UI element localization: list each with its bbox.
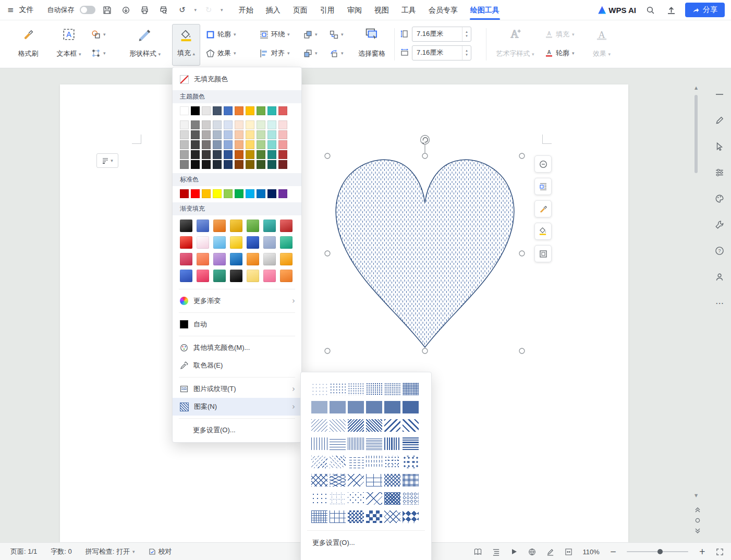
color-shade-swatch[interactable] [246,120,254,129]
auto-color-item[interactable]: 自动 [173,315,301,333]
outline-view-icon[interactable] [492,548,500,556]
gradient-swatch[interactable] [230,253,242,265]
more-tools-button[interactable]: ⋯ [712,295,727,311]
frame-style-button[interactable] [534,245,552,262]
color-shade-swatch[interactable] [257,130,265,139]
gradient-swatch[interactable] [280,270,293,282]
pattern-swatch-wide-downward-diagonal[interactable] [384,419,400,432]
gradient-swatch[interactable] [280,220,293,232]
export-pdf-button[interactable] [119,3,133,17]
color-shade-swatch[interactable] [202,160,211,169]
color-swatch[interactable] [235,106,243,115]
pattern-swatch-large-confetti[interactable] [403,456,419,468]
proofread-button[interactable]: 校对 [149,547,172,556]
pattern-swatch-light-upward-diagonal[interactable] [330,419,346,432]
gradient-swatch[interactable] [263,236,276,249]
color-shade-swatch[interactable] [267,150,276,159]
color-swatch[interactable] [267,189,276,198]
file-menu-button[interactable]: 文件 [19,5,34,15]
pattern-swatch-dashed-upward-diagonal[interactable] [330,456,346,468]
pattern-swatch-dotted-grid[interactable] [330,492,346,505]
color-shade-swatch[interactable] [235,150,243,159]
bring-forward-button[interactable]: ▾ [303,28,318,41]
color-swatch[interactable] [246,189,254,198]
gradient-swatch[interactable] [197,270,209,282]
gradient-swatch[interactable] [213,253,226,265]
color-swatch[interactable] [246,106,254,115]
shape-style-button[interactable]: 形状样式 ▾ [128,25,162,58]
pattern-swatch-dot-30[interactable] [384,383,400,395]
help-button[interactable]: ? [712,243,727,259]
wps-ai-button[interactable]: WPS AI [598,6,636,15]
gradient-swatch[interactable] [230,220,242,232]
play-presentation-icon[interactable] [510,548,518,555]
pattern-swatch-plaid[interactable] [403,474,419,486]
color-shade-swatch[interactable] [235,140,243,149]
scroll-up-arrow[interactable]: ▲ [693,86,699,91]
align-button[interactable]: 对齐 ▾ [260,46,290,60]
fill-button[interactable]: 填充 ▴ [172,24,200,66]
gradient-swatch[interactable] [280,253,293,265]
gradient-swatch[interactable] [197,253,209,265]
vertical-scrollbar[interactable]: ▲ ▼ [693,86,699,498]
color-swatch[interactable] [257,106,265,115]
pattern-item[interactable]: 图案(N) › [173,398,301,416]
pattern-swatch-large-grid[interactable] [330,510,346,523]
shape-height-input[interactable] [412,30,462,38]
pattern-more-settings-item[interactable]: 更多设置(O)... [301,533,431,552]
color-swatch[interactable] [213,106,222,115]
more-gradients-item[interactable]: 更多渐变 › [173,292,301,310]
gradient-swatch[interactable] [180,236,192,249]
zoom-level[interactable]: 110% [583,548,600,556]
color-shade-swatch[interactable] [224,150,233,159]
color-shade-swatch[interactable] [257,140,265,149]
pattern-swatch-dot-70[interactable] [348,401,364,413]
color-shade-swatch[interactable] [224,130,233,139]
color-shade-swatch[interactable] [246,160,254,169]
web-layout-icon[interactable] [528,548,536,556]
gradient-swatch[interactable] [197,220,209,232]
fill-more-settings-item[interactable]: 更多设置(O)... [173,421,301,439]
gradient-swatch[interactable] [247,236,259,249]
properties-button[interactable] [712,165,727,180]
redo-dropdown-caret[interactable]: ▾ [221,7,223,13]
color-shade-swatch[interactable] [202,140,211,149]
color-shade-swatch[interactable] [202,120,211,129]
eyedropper-item[interactable]: 取色器(E) [173,357,301,374]
gradient-swatch[interactable] [247,253,259,265]
spin-down-icon[interactable]: ▾ [466,34,468,38]
upload-cloud-button[interactable] [664,3,678,17]
pattern-swatch-zigzag[interactable] [311,474,327,486]
color-shade-swatch[interactable] [278,130,287,139]
pattern-swatch-dot-20[interactable] [348,383,364,395]
gradient-swatch[interactable] [180,253,192,265]
color-shade-swatch[interactable] [224,140,233,149]
gradient-swatch[interactable] [263,253,276,265]
pattern-swatch-dot-90[interactable] [403,401,419,413]
color-shade-swatch[interactable] [224,160,233,169]
print-preview-button[interactable] [157,3,170,17]
pattern-swatch-outlined-diamond[interactable] [384,510,400,523]
tools-button[interactable] [712,217,727,233]
pattern-swatch-narrow-horizontal[interactable] [366,437,382,450]
color-shade-swatch[interactable] [267,120,276,129]
color-shade-swatch[interactable] [235,160,243,169]
color-shade-swatch[interactable] [278,150,287,159]
color-swatch[interactable] [278,106,287,115]
color-shade-swatch[interactable] [246,130,254,139]
color-shade-swatch[interactable] [246,140,254,149]
pattern-swatch-horizontal-brick[interactable] [366,474,382,486]
send-backward-button[interactable]: ▾ [303,46,318,60]
pattern-swatch-light-horizontal[interactable] [330,437,346,450]
hide-sidebar-button[interactable] [712,87,727,102]
zoom-in-button[interactable]: + [699,547,705,556]
zoom-slider[interactable] [627,551,688,552]
selection-pane-button[interactable]: 选择窗格 [356,25,388,58]
insert-shape-button[interactable]: ▾ [91,28,106,41]
style-palette-button[interactable] [712,191,727,206]
color-swatch[interactable] [278,189,287,198]
undo-button[interactable]: ↺ [176,3,189,17]
spin-up-icon[interactable]: ▴ [466,48,468,53]
pattern-swatch-dot-40[interactable] [403,383,419,395]
color-shade-swatch[interactable] [235,120,243,129]
